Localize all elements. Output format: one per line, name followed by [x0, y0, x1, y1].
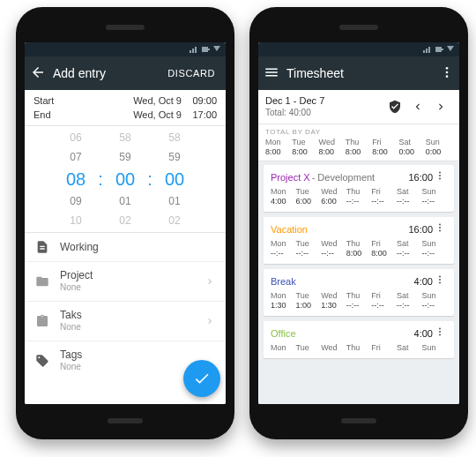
overflow-button[interactable] — [440, 65, 454, 82]
svg-point-24 — [439, 328, 441, 330]
svg-point-19 — [439, 227, 441, 228]
prev-week-button[interactable] — [406, 101, 429, 113]
next-week-button[interactable] — [429, 101, 452, 113]
svg-marker-5 — [213, 46, 220, 51]
toolbar-title: Add entry — [53, 66, 155, 80]
project-card[interactable]: Vacation16:00Mon--:--Tue--:--Wed--:--Thu… — [264, 217, 454, 264]
discard-button[interactable]: DISCARD — [162, 63, 220, 84]
svg-point-13 — [446, 71, 449, 73]
signal-icon — [423, 46, 432, 53]
day-label: Sun — [426, 138, 452, 147]
svg-rect-10 — [442, 49, 443, 50]
summary-bar: Dec 1 - Dec 7 Total: 40:00 — [258, 90, 459, 124]
svg-rect-0 — [190, 50, 191, 53]
verified-icon[interactable] — [383, 100, 406, 114]
dropdown-icon — [213, 46, 220, 53]
svg-rect-6 — [423, 50, 425, 53]
project-name: Office — [271, 328, 296, 339]
svg-point-12 — [446, 67, 449, 70]
back-button[interactable] — [30, 64, 46, 83]
toolbar-title: Timesheet — [286, 66, 433, 80]
svg-point-20 — [439, 230, 441, 232]
menu-button[interactable] — [264, 64, 279, 83]
day-total: 8:00 — [292, 147, 318, 157]
svg-rect-8 — [428, 47, 430, 53]
card-more-button[interactable] — [433, 222, 447, 236]
svg-point-26 — [439, 334, 441, 336]
project-suffix: - Development — [312, 172, 376, 183]
card-more-button[interactable] — [433, 170, 447, 184]
start-label: Start — [33, 94, 118, 108]
start-time: 09:00 — [182, 94, 217, 108]
svg-point-16 — [439, 175, 441, 176]
card-more-button[interactable] — [433, 274, 447, 288]
svg-rect-2 — [195, 47, 197, 53]
phone-chin — [341, 418, 376, 423]
svg-rect-7 — [426, 49, 428, 53]
day-label: Sat — [398, 138, 425, 147]
phone-speaker — [339, 25, 378, 30]
time-picker[interactable]: 065858 075959 08:00:00 090101 100202 — [25, 126, 226, 233]
svg-marker-11 — [447, 46, 454, 51]
phone-add-entry: Add entry DISCARD Start Wed, Oct 9 09:00… — [16, 7, 234, 439]
card-more-button[interactable] — [433, 326, 447, 340]
end-date: Wed, Oct 9 — [118, 108, 182, 122]
svg-point-21 — [439, 276, 441, 278]
screen-add-entry: Add entry DISCARD Start Wed, Oct 9 09:00… — [25, 42, 226, 404]
folder-icon — [35, 274, 49, 288]
day-total: 8:00 — [319, 147, 346, 157]
confirm-fab[interactable] — [183, 360, 220, 397]
chevron-right-icon — [205, 276, 215, 287]
end-label: End — [33, 108, 118, 122]
task-row[interactable]: TaksNone — [25, 302, 226, 341]
dropdown-icon — [447, 46, 454, 53]
total-by-day: TOTAL BY DAY Mon8:00Tue8:00Wed8:00Thu8:0… — [258, 124, 459, 161]
day-total: 0:00 — [398, 147, 425, 157]
svg-rect-1 — [192, 49, 194, 53]
start-date: Wed, Oct 9 — [118, 94, 182, 108]
svg-point-15 — [439, 172, 441, 174]
project-card[interactable]: Project X - Development16:00Mon4:00Tue6:… — [264, 165, 454, 212]
project-total: 4:00 — [414, 328, 433, 339]
battery-icon — [202, 46, 210, 53]
note-icon — [35, 240, 49, 254]
project-total: 16:00 — [408, 224, 433, 235]
status-bar — [25, 42, 226, 56]
battery-icon — [435, 46, 443, 53]
chevron-right-icon — [205, 316, 215, 326]
toolbar: Timesheet — [258, 56, 459, 90]
screen-timesheet: Timesheet Dec 1 - Dec 7 Total: 40:00 TOT… — [258, 42, 459, 404]
day-label: Thu — [346, 138, 372, 147]
check-icon — [193, 370, 211, 387]
day-label: Tue — [292, 138, 318, 147]
project-card[interactable]: Office4:00MonTueWedThuFriSatSun — [264, 321, 454, 358]
project-cards: Project X - Development16:00Mon4:00Tue6:… — [258, 161, 459, 404]
svg-point-22 — [439, 279, 441, 281]
start-end-block[interactable]: Start Wed, Oct 9 09:00 End Wed, Oct 9 17… — [25, 90, 226, 126]
tag-icon — [35, 354, 49, 368]
working-row[interactable]: Working — [25, 233, 226, 262]
svg-point-25 — [439, 331, 441, 333]
project-row[interactable]: ProjectNone — [25, 262, 226, 302]
date-range: Dec 1 - Dec 7 — [265, 95, 383, 107]
svg-point-14 — [446, 75, 449, 78]
svg-rect-9 — [435, 47, 442, 52]
day-label: Wed — [319, 138, 346, 147]
day-label: Fri — [372, 138, 398, 147]
day-total: 8:00 — [372, 147, 398, 157]
project-card[interactable]: Break4:00Mon1:30Tue1:00Wed1:30Thu--:--Fr… — [264, 269, 454, 316]
project-total: 16:00 — [408, 172, 433, 183]
project-name: Break — [271, 276, 296, 287]
svg-rect-3 — [202, 47, 208, 52]
svg-point-18 — [439, 224, 441, 226]
signal-icon — [190, 46, 198, 53]
week-total: Total: 40:00 — [265, 107, 383, 118]
svg-point-17 — [439, 178, 441, 180]
status-bar — [258, 42, 459, 56]
phone-timesheet: Timesheet Dec 1 - Dec 7 Total: 40:00 TOT… — [249, 7, 468, 439]
phone-speaker — [106, 25, 145, 30]
day-total: 8:00 — [265, 147, 292, 157]
clipboard-icon — [35, 314, 49, 328]
toolbar: Add entry DISCARD — [25, 56, 226, 90]
working-label: Working — [60, 241, 215, 253]
